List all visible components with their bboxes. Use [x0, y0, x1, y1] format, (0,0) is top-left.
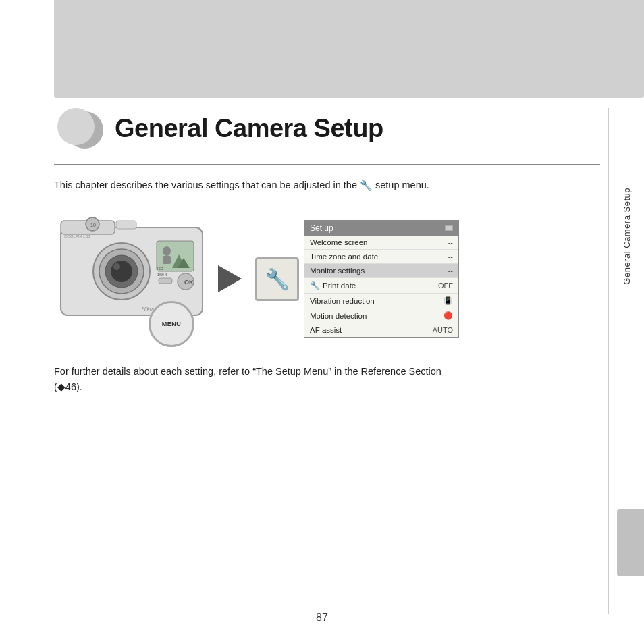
- page-title: General Camera Setup: [115, 114, 383, 143]
- setup-menu-item-label: Time zone and date: [310, 252, 378, 261]
- print-date-icon: 🔧: [310, 281, 320, 290]
- setup-menu-item-label: Vibration reduction: [310, 297, 375, 305]
- setup-menu-item-label: Monitor settings: [310, 267, 365, 275]
- svg-text:COOLPIX L80: COOLPIX L80: [64, 234, 90, 238]
- right-sidebar: General Camera Setup: [609, 0, 644, 644]
- svg-point-8: [163, 246, 171, 256]
- diagram-section: OK Nikon 10 COOLPIX L80 1/50 f6 ISO: [54, 211, 600, 347]
- wrench-symbol: 🔧: [250, 257, 304, 301]
- setup-menu-item-afassist: AF assist AUTO: [304, 323, 458, 337]
- setup-menu-item-timezone: Time zone and date --: [304, 250, 458, 264]
- setup-menu-item-printdate: 🔧 Print date OFF: [304, 278, 458, 294]
- setup-menu-item-label: Welcome screen: [310, 238, 367, 246]
- svg-point-6: [113, 263, 120, 270]
- setup-menu-item-vibration: Vibration reduction 📳: [304, 294, 458, 308]
- body-text: For further details about each setting, …: [54, 364, 600, 395]
- svg-rect-9: [163, 256, 171, 264]
- svg-rect-18: [116, 221, 136, 229]
- setup-menu-item-monitor: Monitor settings --: [304, 264, 458, 278]
- setup-menu-item-value: 📳: [444, 296, 453, 305]
- svg-text:ISO: ISO: [157, 267, 163, 271]
- body-text-1: For further details about each setting, …: [54, 366, 441, 377]
- svg-text:OK: OK: [184, 279, 194, 286]
- setup-menu: Set up Welcome screen -- Time zone and d…: [304, 220, 459, 338]
- setup-menu-title: Set up: [310, 223, 333, 233]
- setup-menu-item-value: AUTO: [433, 326, 453, 334]
- intro-text-part1: This chapter describes the various setti…: [54, 180, 357, 190]
- setup-menu-header-icon: [445, 225, 453, 231]
- circle-front: [57, 108, 95, 145]
- title-icon: [54, 105, 108, 152]
- svg-text:10: 10: [90, 223, 96, 227]
- title-section: General Camera Setup: [54, 105, 600, 152]
- menu-button-area: MENU: [149, 301, 209, 347]
- menu-button: MENU: [149, 301, 194, 347]
- sidebar-label: General Camera Setup: [609, 135, 644, 338]
- wrench-inline-icon: 🔧: [360, 178, 373, 194]
- setup-menu-item-label: AF assist: [310, 326, 342, 334]
- sidebar-divider: [608, 108, 609, 614]
- top-banner: [54, 0, 644, 98]
- page-number: 87: [316, 612, 328, 624]
- main-content: General Camera Setup This chapter descri…: [54, 105, 600, 603]
- intro-text-part2: setup menu.: [375, 180, 429, 190]
- setup-menu-item-label: Print date: [323, 281, 356, 290]
- setup-menu-item-value: --: [448, 267, 453, 275]
- setup-menu-item-value: OFF: [438, 281, 453, 290]
- setup-menu-item-label: Motion detection: [310, 312, 367, 320]
- setup-menu-item-motion: Motion detection 🔴: [304, 308, 458, 323]
- camera-illustration: OK Nikon 10 COOLPIX L80 1/50 f6 ISO: [54, 211, 209, 347]
- svg-point-5: [111, 261, 132, 282]
- title-divider: [54, 164, 600, 165]
- arrow-right-icon: [218, 265, 242, 292]
- setup-menu-header: Set up: [304, 221, 458, 236]
- setup-menu-item-value: --: [448, 252, 453, 261]
- svg-text:1/50 f6: 1/50 f6: [157, 273, 168, 277]
- sidebar-tab: [617, 509, 644, 576]
- setup-menu-item-left: 🔧 Print date: [310, 281, 356, 290]
- svg-rect-14: [159, 278, 172, 284]
- body-text-2: (◆46).: [54, 381, 82, 392]
- intro-text: This chapter describes the various setti…: [54, 178, 600, 194]
- setup-menu-item-value: 🔴: [444, 311, 453, 320]
- setup-menu-item-welcome: Welcome screen --: [304, 236, 458, 250]
- setup-menu-item-value: --: [448, 238, 453, 246]
- sidebar-text: General Camera Setup: [622, 188, 632, 285]
- menu-btn-label: MENU: [162, 321, 182, 327]
- arrow1: [209, 265, 250, 292]
